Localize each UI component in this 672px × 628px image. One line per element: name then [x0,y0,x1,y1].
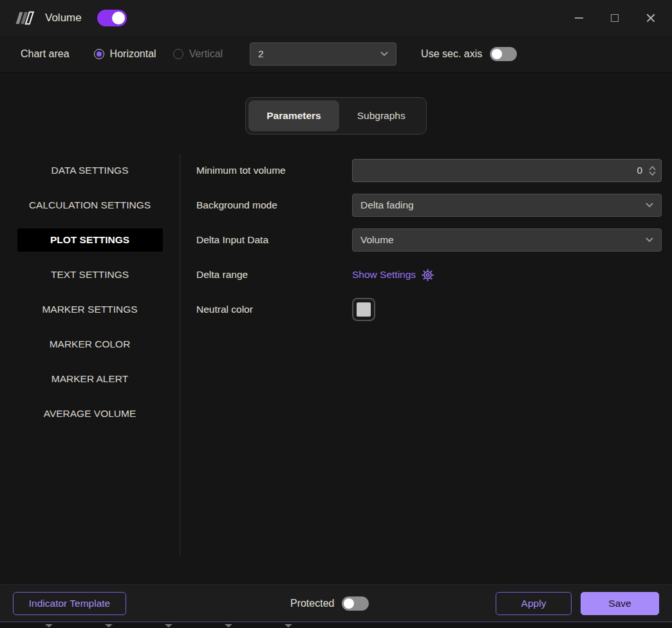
dialog-title: Volume [45,12,82,24]
vertical-divider [180,154,180,556]
close-button[interactable] [642,10,659,26]
chevron-down-icon [225,624,232,627]
radio-horizontal[interactable]: Horizontal [94,48,156,60]
main-content: DATA SETTINGS CALCULATION SETTINGS PLOT … [0,134,672,584]
min-tot-volume-value: 0 [637,165,642,176]
sidebar-item-data-settings[interactable]: DATA SETTINGS [17,159,163,182]
footer-bar: Indicator Template Protected Apply Save [0,584,672,622]
chevron-down-icon [380,51,388,57]
tab-bar: Parameters Subgraphs [245,97,426,134]
indicator-template-button[interactable]: Indicator Template [13,592,126,615]
footer-actions: Apply Save [496,592,659,615]
sidebar-item-marker-color[interactable]: MARKER COLOR [17,333,163,356]
chevron-down-icon [649,171,656,176]
neutral-color-swatch [357,302,371,317]
delta-input-data-value: Volume [360,234,394,246]
save-button[interactable]: Save [581,592,659,615]
toggle-knob [492,49,502,59]
neutral-color-swatch-button[interactable] [352,298,375,321]
tab-parameters[interactable]: Parameters [248,100,339,131]
sidebar-item-calculation-settings[interactable]: CALCULATION SETTINGS [17,194,163,217]
background-mode-select[interactable]: Delta fading [352,194,662,217]
radio-selected-icon [94,49,104,59]
form-row-background-mode: Background mode Delta fading [196,194,662,217]
maximize-button[interactable] [606,10,623,26]
form-row-delta-range: Delta range Show Settings [196,263,662,286]
chart-area-toolbar: Chart area Horizontal Vertical 2 Use sec… [0,36,672,73]
tab-subgraphs[interactable]: Subgraphs [339,100,424,131]
sidebar-item-plot-settings[interactable]: PLOT SETTINGS [17,228,163,252]
plot-settings-form: Minimum tot volume 0 Background mode [180,134,672,584]
indicator-settings-dialog: Volume Chart area Horizontal Vertical 2 [0,0,672,628]
chevron-down-icon [105,624,113,627]
chevron-down-icon [285,624,292,627]
form-row-neutral-color: Neutral color [196,298,662,321]
form-row-delta-input-data: Delta Input Data Volume [196,228,662,252]
delta-input-data-select[interactable]: Volume [352,228,662,252]
sidebar-item-marker-settings[interactable]: MARKER SETTINGS [17,298,163,321]
chevron-down-icon [646,237,653,243]
minimize-icon [575,17,583,19]
sidebar-item-marker-alert[interactable]: MARKER ALERT [17,367,163,391]
chevron-down-icon [165,624,173,627]
radio-unselected-icon [173,49,183,59]
orientation-radio-group: Horizontal Vertical [94,48,223,60]
background-window-strip [0,622,672,628]
protected-group: Protected [290,596,369,611]
sec-axis-group: Use sec. axis [421,47,517,61]
delta-range-label: Delta range [196,269,352,281]
chevron-down-icon [646,203,653,208]
title-bar: Volume [0,0,672,36]
chart-area-select-value: 2 [258,48,264,60]
sec-axis-toggle[interactable] [490,47,517,61]
toggle-knob [344,598,354,609]
number-spinner[interactable] [649,166,656,176]
sidebar-item-average-volume[interactable]: AVERAGE VOLUME [17,402,163,425]
minimize-button[interactable] [570,10,587,26]
sidebar-item-text-settings[interactable]: TEXT SETTINGS [17,263,163,286]
toggle-knob [112,12,125,24]
delta-input-data-label: Delta Input Data [196,234,352,246]
close-icon [646,14,655,23]
background-mode-label: Background mode [196,199,352,211]
show-settings-link[interactable]: Show Settings [352,268,434,282]
maximize-icon [611,14,619,22]
window-controls [570,10,659,26]
protected-label: Protected [290,598,334,609]
background-mode-value: Delta fading [360,199,414,211]
neutral-color-label: Neutral color [196,304,352,315]
sec-axis-label: Use sec. axis [421,48,482,60]
apply-button[interactable]: Apply [496,592,572,615]
gear-icon [421,268,434,282]
tabs-row: Parameters Subgraphs [0,97,672,134]
min-tot-volume-label: Minimum tot volume [196,165,352,176]
chart-area-select[interactable]: 2 [250,42,397,66]
form-row-min-tot-volume: Minimum tot volume 0 [196,159,662,182]
chevron-down-icon [45,624,53,627]
radio-vertical[interactable]: Vertical [173,48,223,60]
indicator-enabled-toggle[interactable] [97,10,127,26]
chart-area-label: Chart area [21,48,70,60]
protected-toggle[interactable] [342,596,369,611]
min-tot-volume-input[interactable]: 0 [352,159,662,182]
settings-sidebar: DATA SETTINGS CALCULATION SETTINGS PLOT … [0,134,180,584]
chevron-up-icon [649,166,656,171]
app-logo-icon [14,10,36,26]
